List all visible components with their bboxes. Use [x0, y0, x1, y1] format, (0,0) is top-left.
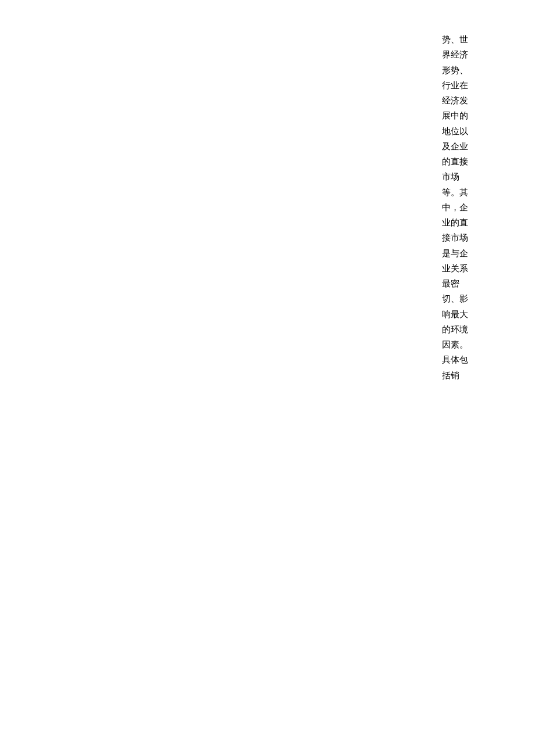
text-line-9: 的直接	[442, 154, 477, 169]
text-line-5: 经济发	[442, 93, 477, 108]
text-line-1: 势、世	[442, 32, 477, 47]
page: 势、世 界经济 形势、 行业在 经济发 展中的 地位以 及企业 的直接 市场 等…	[0, 0, 535, 756]
text-line-18: 切、影	[442, 291, 477, 306]
text-line-10: 市场	[442, 169, 477, 184]
text-line-20: 的环境	[442, 322, 477, 337]
text-line-8: 及企业	[442, 139, 477, 154]
text-line-12: 中，企	[442, 200, 477, 215]
text-line-21: 因素。	[442, 337, 477, 352]
text-line-11: 等。其	[442, 185, 477, 200]
text-line-4: 行业在	[442, 78, 477, 93]
text-line-17: 最密	[442, 276, 477, 291]
text-line-16: 业关系	[442, 261, 477, 276]
text-line-13: 业的直	[442, 215, 477, 230]
text-line-23: 括销	[442, 368, 477, 383]
text-line-3: 形势、	[442, 63, 477, 78]
text-line-6: 展中的	[442, 108, 477, 123]
text-line-14: 接市场	[442, 230, 477, 245]
text-line-19: 响最大	[442, 307, 477, 322]
main-text-block: 势、世 界经济 形势、 行业在 经济发 展中的 地位以 及企业 的直接 市场 等…	[442, 32, 477, 383]
text-line-15: 是与企	[442, 246, 477, 261]
text-line-22: 具体包	[442, 352, 477, 367]
text-line-2: 界经济	[442, 47, 477, 62]
text-line-7: 地位以	[442, 124, 477, 139]
